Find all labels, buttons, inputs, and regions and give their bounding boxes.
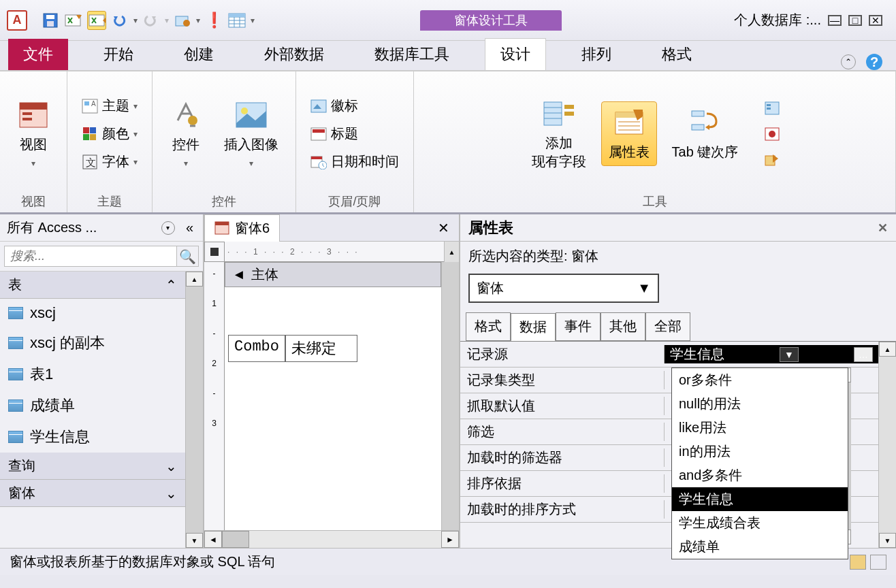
- design-hscroll[interactable]: ◄ ►: [204, 530, 459, 548]
- ruler-corner[interactable]: [204, 242, 225, 262]
- design-grid[interactable]: Combo 未绑定: [225, 287, 441, 491]
- nav-item-label: xscj: [30, 304, 56, 322]
- design-vscroll[interactable]: [441, 262, 459, 530]
- datetime-button[interactable]: 日期和时间: [306, 151, 403, 172]
- dropdown-option[interactable]: and多条件: [672, 463, 848, 487]
- convert-icon: [764, 152, 780, 168]
- tab-file[interactable]: 文件: [8, 39, 68, 70]
- nav-section-tables[interactable]: 表⌃: [0, 272, 185, 299]
- colors-button[interactable]: 颜色 ▾: [78, 123, 142, 144]
- tool-extra-3[interactable]: [760, 150, 784, 169]
- fonts-button[interactable]: 文字体 ▾: [78, 151, 142, 172]
- import-excel-icon[interactable]: [87, 11, 106, 30]
- prop-key: 记录集类型: [460, 371, 665, 389]
- prop-tab-event[interactable]: 事件: [556, 312, 601, 341]
- prop-row[interactable]: 记录源学生信息▼…: [460, 342, 878, 368]
- scroll-right-icon[interactable]: ►: [441, 531, 459, 548]
- dropdown-option[interactable]: in的用法: [672, 440, 848, 463]
- nav-menu-icon[interactable]: ▾: [161, 221, 175, 235]
- nav-collapse-icon[interactable]: «: [183, 220, 196, 235]
- tab-arrange[interactable]: 排列: [566, 39, 626, 70]
- controls-button[interactable]: 控件▾: [163, 95, 209, 174]
- qat-customize-icon[interactable]: ▾: [251, 16, 255, 25]
- tool-extra-2[interactable]: [760, 125, 784, 144]
- tool-extra-1[interactable]: [760, 99, 784, 118]
- table-icon[interactable]: [227, 11, 246, 30]
- tab-dbtools[interactable]: 数据库工具: [359, 39, 464, 70]
- dropdown-option[interactable]: 学生成绩合表: [672, 511, 848, 535]
- scroll-left-icon[interactable]: ◄: [204, 531, 222, 548]
- prop-tab-format[interactable]: 格式: [466, 312, 511, 341]
- nav-item-label: 表1: [30, 364, 53, 385]
- nav-item[interactable]: 表1: [0, 359, 185, 390]
- prop-value[interactable]: 学生信息▼…: [665, 345, 878, 363]
- design-close-icon[interactable]: ✕: [428, 220, 459, 236]
- tab-home[interactable]: 开始: [89, 39, 148, 70]
- tab-order-button[interactable]: Tab 键次序: [665, 102, 746, 165]
- record-source-dropdown[interactable]: or多条件null的用法like用法in的用法and多条件学生信息学生成绩合表成…: [671, 368, 848, 559]
- combo-field[interactable]: 未绑定: [285, 335, 357, 362]
- chevron-down-icon: ⌄: [165, 458, 177, 474]
- title-button[interactable]: 标题: [306, 123, 403, 144]
- prop-close-icon[interactable]: ✕: [878, 220, 888, 235]
- fonts-icon: 文: [82, 154, 98, 170]
- qat-dd-1[interactable]: ▾: [196, 16, 200, 25]
- add-fields-label: 添加 现有字段: [532, 134, 586, 171]
- ruler-vertical[interactable]: -1-2-3: [204, 262, 225, 530]
- minimize-icon[interactable]: —: [828, 15, 842, 26]
- save-icon[interactable]: [41, 11, 60, 30]
- section-body-header[interactable]: ◄ 主体: [225, 262, 441, 287]
- add-fields-button[interactable]: 添加 现有字段: [525, 93, 593, 175]
- view-switch-icon[interactable]: [850, 555, 866, 570]
- insert-image-button[interactable]: 插入图像▾: [217, 95, 285, 174]
- redo-dropdown-icon[interactable]: ▾: [165, 16, 169, 25]
- view-switch-icon-2[interactable]: [870, 555, 886, 570]
- tab-create[interactable]: 创建: [169, 39, 229, 70]
- dropdown-option[interactable]: 学生信息: [672, 487, 848, 511]
- export-excel-icon[interactable]: [64, 11, 83, 30]
- dropdown-arrow-icon[interactable]: ▼: [780, 347, 799, 362]
- dropdown-option[interactable]: 成绩单: [672, 535, 848, 559]
- alert-icon[interactable]: ❗: [204, 11, 223, 30]
- dropdown-option[interactable]: like用法: [672, 416, 848, 440]
- prop-tab-data[interactable]: 数据: [511, 313, 556, 342]
- search-input[interactable]: [4, 246, 177, 267]
- nav-scrollbar[interactable]: ▲▼: [185, 272, 203, 548]
- prop-scroll[interactable]: ▲▼: [878, 342, 896, 548]
- redo-icon[interactable]: [142, 11, 161, 30]
- builder-button[interactable]: …: [854, 347, 873, 362]
- dropdown-option[interactable]: null的用法: [672, 392, 848, 416]
- nav-title[interactable]: 所有 Access ...: [7, 218, 161, 237]
- tab-design[interactable]: 设计: [485, 38, 546, 70]
- prop-tab-other[interactable]: 其他: [601, 312, 645, 341]
- combobox-control[interactable]: Combo 未绑定: [228, 335, 357, 362]
- ruler-horizontal[interactable]: · · · 1 · · · 2 · · · 3 · · ·: [225, 242, 444, 262]
- close-icon[interactable]: ✕: [869, 15, 882, 26]
- view-label: 视图▾: [20, 135, 47, 169]
- nav-item[interactable]: 成绩单: [0, 390, 185, 421]
- nav-item[interactable]: 学生信息: [0, 421, 185, 453]
- nav-item[interactable]: xscj: [0, 299, 185, 327]
- dropdown-option[interactable]: or多条件: [672, 368, 848, 392]
- view-button[interactable]: 视图▾: [10, 95, 57, 174]
- qat-icon-1[interactable]: [173, 11, 192, 30]
- prop-object-selector[interactable]: 窗体▼: [468, 274, 659, 303]
- design-tab[interactable]: 窗体6: [204, 214, 280, 242]
- theme-button[interactable]: A主题 ▾: [78, 95, 142, 116]
- prop-tab-all[interactable]: 全部: [645, 312, 690, 341]
- tab-external[interactable]: 外部数据: [249, 39, 339, 70]
- logo-button[interactable]: 徽标: [306, 95, 403, 116]
- undo-icon[interactable]: [110, 11, 129, 30]
- ribbon-collapse-icon[interactable]: ⌃: [841, 54, 856, 69]
- tab-format[interactable]: 格式: [647, 39, 707, 70]
- undo-dropdown-icon[interactable]: ▾: [133, 16, 138, 25]
- property-sheet-button[interactable]: 属性表: [601, 101, 657, 166]
- nav-section-queries[interactable]: 查询⌄: [0, 453, 185, 480]
- search-icon[interactable]: 🔍: [177, 246, 199, 267]
- maximize-icon[interactable]: □: [848, 15, 862, 26]
- nav-section-forms[interactable]: 窗体⌄: [0, 480, 185, 507]
- design-vscroll-up[interactable]: ▲: [444, 242, 459, 262]
- help-icon[interactable]: ?: [866, 54, 882, 70]
- nav-item[interactable]: xscj 的副本: [0, 327, 185, 359]
- combo-label[interactable]: Combo: [228, 335, 285, 362]
